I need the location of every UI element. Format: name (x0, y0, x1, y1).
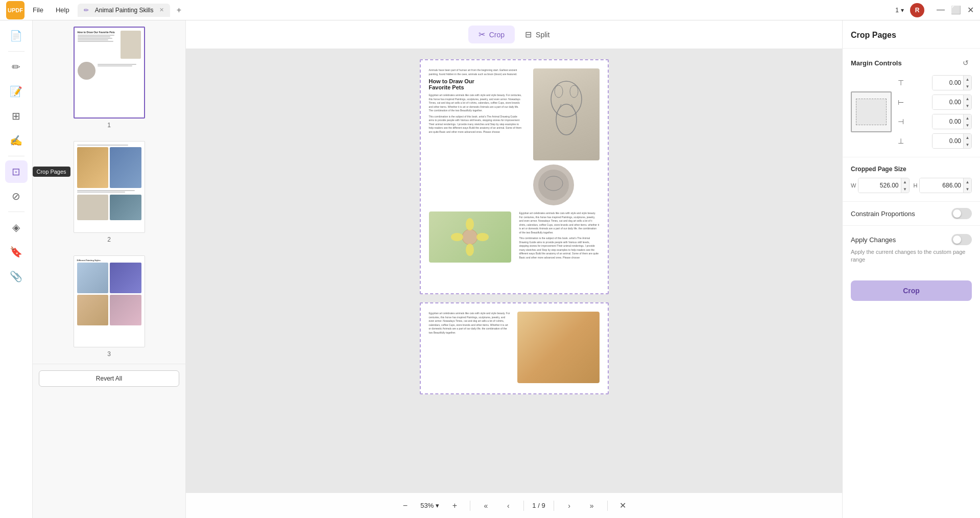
minimize-btn[interactable]: — (937, 5, 945, 15)
margin-top-up-btn[interactable]: ▲ (963, 76, 971, 83)
margin-right-input-group: ▲ ▼ (932, 114, 972, 129)
thumb-num-1: 1 (107, 122, 111, 129)
tool-crop[interactable]: ⊡ Crop Pages (5, 160, 28, 183)
margin-right-up-btn[interactable]: ▲ (963, 114, 971, 122)
margin-top-input[interactable] (933, 76, 963, 90)
width-down-btn[interactable]: ▼ (901, 185, 909, 193)
pdf-page-2-content: Egyptian art celebrates animals like cat… (421, 303, 608, 391)
tab-animal-painting[interactable]: ✏ Animal Painting Skills ✕ (78, 4, 171, 17)
height-down-btn[interactable]: ▼ (963, 185, 971, 193)
tool-sign[interactable]: ✍ (5, 129, 28, 152)
compare-icon: ⊞ (12, 110, 20, 122)
margin-bottom-input[interactable] (933, 134, 963, 148)
right-panel: Crop Pages Margin Controls ↺ ⊤ (842, 20, 980, 518)
zoom-out-btn[interactable]: − (398, 499, 412, 513)
zoom-in-btn[interactable]: + (447, 499, 462, 513)
tool-attach[interactable]: 📎 (5, 265, 28, 288)
margin-bottom-down-btn[interactable]: ▼ (963, 141, 971, 148)
margin-left-spinner: ▲ ▼ (963, 95, 971, 109)
crop-tool-btn[interactable]: ✂ Crop (468, 26, 515, 43)
tab-add-btn[interactable]: + (172, 4, 185, 17)
thumbnail-page-3[interactable]: Different Painting Styles 3 (33, 249, 185, 364)
margin-right-down-btn[interactable]: ▼ (963, 122, 971, 129)
nav-last-btn[interactable]: » (585, 499, 599, 513)
canvas-toolbar: ✂ Crop ⊟ Split (186, 20, 842, 49)
split-icon-toolbar: ⊟ (525, 30, 532, 39)
pdf-circle-image (533, 164, 574, 205)
svg-point-3 (570, 85, 578, 98)
user-avatar[interactable]: R (910, 3, 924, 17)
tool-edit[interactable]: ✏ (5, 56, 28, 78)
thumb-num-2: 2 (107, 236, 111, 243)
thumbnail-page-2[interactable]: 2 (33, 135, 185, 249)
thumb-frame-1: How to Draw Our Favorite Pets (74, 27, 145, 119)
svg-line-4 (556, 104, 561, 114)
constrain-toggle[interactable] (951, 208, 972, 219)
margin-controls-header: Margin Controls ↺ (851, 57, 972, 69)
margin-inputs: ⊤ ▲ ▼ ⊢ (898, 75, 972, 149)
tab-close-btn[interactable]: ✕ (159, 7, 164, 13)
margin-top-input-group: ▲ ▼ (932, 75, 972, 90)
tool-protect[interactable]: ⊘ (5, 185, 28, 207)
width-input[interactable] (858, 178, 900, 193)
attach-icon: 📎 (10, 270, 22, 282)
app-logo: UPDF (6, 1, 25, 19)
cropped-size-inputs: W ▲ ▼ H ▲ ▼ (851, 178, 972, 193)
canvas-content[interactable]: Animals have been part of human art from… (186, 49, 842, 518)
edit-icon: ✏ (12, 61, 20, 73)
tool-organize[interactable]: 📄 (5, 25, 28, 47)
organize-icon: 📄 (10, 30, 22, 42)
margin-page-inner (856, 99, 887, 125)
menu-bar: File Help (33, 4, 69, 16)
split-label: Split (536, 31, 549, 39)
margin-reset-btn[interactable]: ↺ (960, 57, 972, 69)
page-indicator[interactable]: 1 ▾ (895, 7, 904, 14)
thumbnail-page-1[interactable]: How to Draw Our Favorite Pets (33, 20, 185, 135)
revert-all-btn[interactable]: Revert All (39, 370, 179, 387)
height-input[interactable] (920, 178, 963, 193)
margin-top-down-btn[interactable]: ▼ (963, 83, 971, 90)
height-pair: H ▲ ▼ (914, 178, 972, 193)
close-bottom-btn[interactable]: ✕ (616, 499, 630, 513)
crop-action-btn[interactable]: Crop (851, 280, 972, 301)
tool-bookmark[interactable]: 🔖 (5, 241, 28, 263)
menu-file[interactable]: File (33, 4, 43, 16)
tool-compare[interactable]: ⊞ (5, 105, 28, 127)
apply-toggle[interactable] (951, 234, 972, 245)
pdf-page-1-body2: This combination is the subject of this … (429, 115, 523, 134)
zoom-value[interactable]: 53% ▾ (420, 502, 439, 509)
thumb-content-1: How to Draw Our Favorite Pets (75, 28, 144, 117)
margin-right-spinner: ▲ ▼ (963, 114, 971, 129)
close-btn[interactable]: ✕ (967, 5, 974, 15)
margin-right-input[interactable] (933, 114, 963, 129)
svg-point-11 (451, 233, 463, 241)
split-tool-btn[interactable]: ⊟ Split (515, 26, 560, 43)
apply-header: Apply Changes (851, 234, 972, 245)
maximize-btn[interactable]: ⬜ (951, 5, 961, 15)
margin-bottom-up-btn[interactable]: ▲ (963, 134, 971, 141)
margin-left-up-btn[interactable]: ▲ (963, 95, 971, 102)
margin-bottom-spinner: ▲ ▼ (963, 134, 971, 148)
tool-layers[interactable]: ◈ (5, 216, 28, 239)
height-up-btn[interactable]: ▲ (963, 178, 971, 185)
pdf-dog-image (533, 68, 600, 160)
revert-section: Revert All (33, 364, 185, 393)
margin-left-down-btn[interactable]: ▼ (963, 102, 971, 109)
tool-annotate[interactable]: 📝 (5, 80, 28, 103)
nav-prev-btn[interactable]: ‹ (501, 499, 515, 513)
nav-next-btn[interactable]: › (562, 499, 577, 513)
margin-left-input[interactable] (933, 95, 963, 109)
dog-sketch-svg (538, 74, 594, 155)
constrain-label: Constrain Proportions (851, 210, 915, 218)
nav-first-btn[interactable]: « (479, 499, 493, 513)
protect-icon: ⊘ (12, 190, 20, 202)
width-label: W (851, 182, 856, 189)
right-panel-header: Crop Pages (843, 20, 980, 49)
titlebar: UPDF File Help ✏ Animal Painting Skills … (0, 0, 980, 20)
height-input-group: ▲ ▼ (919, 178, 972, 193)
thumbnail-sidebar: How to Draw Our Favorite Pets (33, 20, 186, 518)
pdf-page-1-body: Egyptian art celebrates animals like cat… (429, 93, 523, 113)
constrain-proportions-row: Constrain Proportions (843, 202, 980, 226)
width-up-btn[interactable]: ▲ (901, 178, 909, 185)
menu-help[interactable]: Help (56, 4, 69, 16)
